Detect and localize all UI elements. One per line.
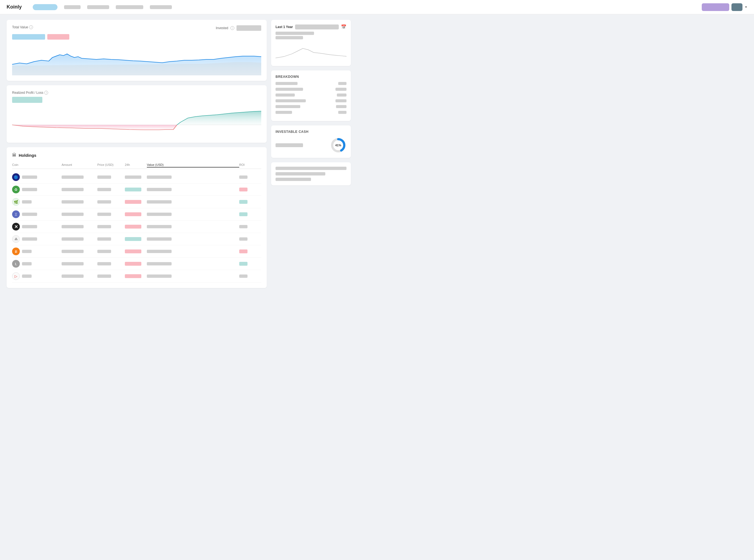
coin-icon: ⁂ [12, 235, 20, 243]
amount-value [62, 237, 84, 241]
total-value-label: Total Value [12, 25, 28, 29]
coin-icon: Ƀ [12, 247, 20, 255]
invested-info-icon[interactable]: i [230, 26, 234, 30]
navbar: Koinly ▼ [0, 0, 754, 14]
coin-cell: ✕ [12, 223, 62, 231]
coin-name [22, 200, 32, 203]
realized-pnl-label: Realized Profit / Loss [12, 91, 43, 95]
roi-value [239, 212, 247, 216]
calendar-icon[interactable]: 📅 [341, 24, 346, 29]
bottom-card [271, 162, 351, 185]
coin-name [22, 237, 37, 241]
coin-name [22, 225, 37, 228]
mini-chart [276, 42, 346, 61]
24h-value [125, 212, 141, 216]
bank-icon: 🏛 [12, 153, 17, 158]
coin-icon: ▷ [12, 272, 20, 280]
amount-value [62, 176, 84, 179]
amount-value [62, 275, 84, 278]
coin-cell: ▷ [12, 272, 62, 280]
breakdown-item-value [338, 82, 346, 85]
breakdown-item-label [276, 105, 300, 108]
breakdown-row [276, 94, 346, 97]
nav-item-2[interactable] [87, 5, 109, 9]
breakdown-item-value [337, 94, 346, 97]
amount-value [62, 225, 84, 228]
coin-name [22, 188, 37, 191]
breakdown-title: BREAKDOWN [276, 75, 346, 79]
realized-pnl-chart [12, 107, 261, 137]
coin-name [22, 213, 37, 216]
coin-name [22, 176, 37, 179]
coin-icon: Ł [12, 260, 20, 267]
col-roi: ROI [239, 163, 261, 167]
table-row: 🌿 [12, 196, 261, 208]
col-value[interactable]: Value (USD) [147, 163, 239, 167]
holdings-header: 🏛 Holdings [12, 153, 261, 158]
bottom-bar-2 [276, 172, 325, 176]
table-row: Ł [12, 258, 261, 270]
language-button[interactable] [731, 3, 742, 11]
mini-chart-sublabel [276, 36, 303, 39]
breakdown-row [276, 105, 346, 108]
coin-icon: ✕ [12, 223, 20, 231]
roi-value [239, 249, 247, 253]
breakdown-item-value [335, 88, 346, 91]
total-value-change [47, 34, 69, 40]
nav-item-1[interactable] [64, 5, 81, 9]
price-value [97, 262, 111, 265]
holdings-value [147, 237, 171, 241]
total-value-title: Total Value i [12, 25, 33, 29]
24h-value [125, 176, 141, 179]
chevron-down-icon: ▼ [745, 5, 748, 8]
price-value [97, 188, 111, 191]
coin-cell: ⁂ [12, 235, 62, 243]
bottom-bar-1 [276, 167, 346, 170]
amount-value [62, 213, 84, 216]
24h-value [125, 249, 141, 253]
nav-item-3[interactable] [116, 5, 143, 9]
nav-right: ▼ [702, 3, 748, 11]
bottom-bar-3 [276, 178, 311, 181]
period-selector[interactable] [295, 24, 339, 29]
coin-icon: 🌿 [12, 198, 20, 206]
realized-pnl-value [12, 97, 42, 103]
breakdown-item-value [336, 105, 346, 108]
total-value-info-icon[interactable]: i [29, 25, 33, 29]
realized-pnl-title: Realized Profit / Loss i [12, 91, 261, 95]
nav-item-active[interactable] [33, 4, 58, 10]
roi-value [239, 262, 247, 266]
table-row: ♻ [12, 183, 261, 196]
breakdown-row [276, 88, 346, 91]
realized-pnl-info-icon[interactable]: i [44, 91, 48, 95]
total-value-values [12, 34, 261, 40]
invested-value [237, 25, 261, 31]
roi-value [239, 237, 247, 241]
col-24h: 24h [125, 163, 147, 167]
upgrade-button[interactable] [702, 3, 729, 11]
roi-value [239, 275, 247, 278]
roi-value [239, 200, 247, 204]
holdings-card: 🏛 Holdings Coin Amount Price (USD) 24h V… [6, 147, 267, 288]
price-value [97, 275, 111, 278]
coin-name [22, 262, 32, 265]
holdings-value [147, 213, 171, 216]
price-value [97, 237, 111, 241]
breakdown-row [276, 82, 346, 85]
breakdown-row [276, 99, 346, 102]
breakdown-item-label [276, 88, 303, 91]
table-row: 🔵 [12, 171, 261, 183]
holdings-title: Holdings [19, 153, 36, 158]
holdings-value [147, 250, 171, 253]
nav-item-4[interactable] [150, 5, 172, 9]
investable-cash-card: INVESTABLE CASH 41% [271, 125, 351, 158]
breakdown-item-value [335, 99, 346, 102]
table-row: ✕ [12, 221, 261, 233]
holdings-value [147, 275, 171, 278]
mini-chart-label [276, 32, 314, 35]
donut-percentage: 41% [335, 144, 341, 147]
amount-value [62, 250, 84, 253]
breakdown-item-label [276, 82, 298, 85]
brand-logo[interactable]: Koinly [6, 4, 22, 10]
price-value [97, 200, 111, 203]
